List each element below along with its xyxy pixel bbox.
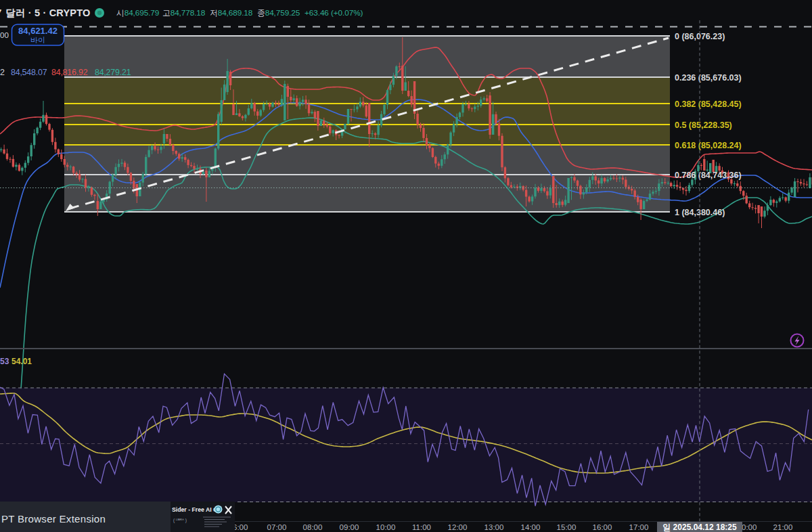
svg-text:시84,695.79: 시84,695.79 bbox=[116, 8, 159, 18]
svg-text:+63.46 (+0.07%): +63.46 (+0.07%) bbox=[304, 8, 363, 18]
svg-text:17:00: 17:00 bbox=[629, 523, 649, 531]
svg-text:84,548.07: 84,548.07 bbox=[11, 68, 47, 77]
svg-text:( ᴸᴵᴮᴿᴬ ): ( ᴸᴵᴮᴿᴬ ) bbox=[173, 518, 187, 523]
svg-text:12:00: 12:00 bbox=[448, 523, 468, 531]
svg-text:종84,759.25: 종84,759.25 bbox=[257, 8, 300, 18]
svg-text:00: 00 bbox=[0, 31, 9, 39]
svg-text:10:00: 10:00 bbox=[376, 523, 396, 531]
svg-text:16:00: 16:00 bbox=[593, 523, 612, 531]
svg-text:09:00: 09:00 bbox=[340, 523, 359, 531]
svg-text:54.01: 54.01 bbox=[12, 357, 32, 366]
svg-text:저84,689.18: 저84,689.18 bbox=[210, 8, 253, 18]
svg-text:0.786 (84,743.36): 0.786 (84,743.36) bbox=[675, 171, 742, 180]
svg-text:0.382 (85,428.45): 0.382 (85,428.45) bbox=[675, 99, 742, 109]
svg-text:7: 7 bbox=[0, 7, 1, 18]
svg-text:0.5 (85,228.35): 0.5 (85,228.35) bbox=[675, 120, 732, 130]
svg-text:13:00: 13:00 bbox=[484, 523, 504, 531]
svg-text:바이: 바이 bbox=[30, 36, 45, 44]
svg-text:0.618 (85,028.24): 0.618 (85,028.24) bbox=[675, 141, 742, 150]
svg-text:84,279.21: 84,279.21 bbox=[95, 68, 131, 77]
svg-text:07:00: 07:00 bbox=[267, 523, 287, 531]
svg-text:15:00: 15:00 bbox=[557, 523, 577, 531]
svg-text:달러 · 5 · CRYPTO: 달러 · 5 · CRYPTO bbox=[5, 7, 90, 18]
svg-text:53: 53 bbox=[0, 357, 9, 366]
svg-text:2: 2 bbox=[0, 68, 5, 77]
svg-text:고84,778.18: 고84,778.18 bbox=[162, 8, 206, 18]
svg-text:11:00: 11:00 bbox=[412, 523, 431, 531]
svg-text:PT Browser Extension: PT Browser Extension bbox=[1, 513, 106, 525]
svg-text:84,816.92: 84,816.92 bbox=[51, 68, 88, 77]
svg-text:Sider - Free AI C: Sider - Free AI C bbox=[172, 506, 218, 513]
svg-text:일 2025.04.12 18:25: 일 2025.04.12 18:25 bbox=[662, 523, 737, 532]
svg-text:0.236 (85,676.03): 0.236 (85,676.03) bbox=[675, 73, 742, 83]
svg-text:21:00: 21:00 bbox=[773, 523, 793, 531]
svg-text:08:00: 08:00 bbox=[303, 523, 323, 531]
svg-text:84,621.42: 84,621.42 bbox=[18, 26, 58, 36]
svg-text:14:00: 14:00 bbox=[521, 523, 541, 531]
